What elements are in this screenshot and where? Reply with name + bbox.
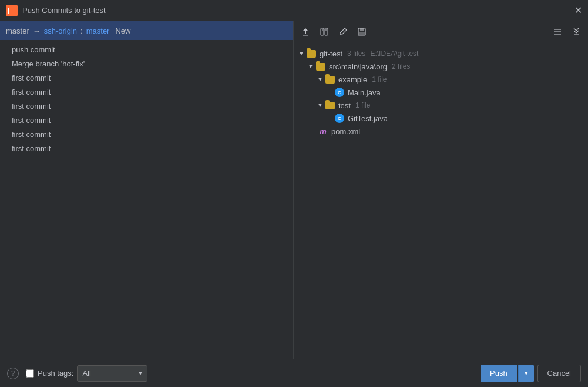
title-bar-left: I Push Commits to git-test [6, 5, 106, 16]
app-icon: I [6, 5, 18, 16]
chevron-down-icon: ▼ [317, 76, 323, 82]
remote-branch-link[interactable]: master [86, 26, 110, 35]
branch-header: master → ssh-origin : master New [0, 21, 293, 40]
tree-item-path: E:\IDEA\git-test [370, 49, 418, 58]
bottom-left: ? Push tags: All None [7, 365, 147, 382]
close-button[interactable]: ✕ [574, 6, 582, 15]
tree-row[interactable]: ▶ m pom.xml [294, 125, 588, 138]
java-file-icon: C [335, 114, 344, 123]
right-toolbar [294, 21, 588, 42]
new-badge: New [115, 26, 130, 35]
main-layout: master → ssh-origin : master New push co… [0, 21, 588, 359]
tree-item-label: src\main\java\org [329, 62, 387, 71]
tree-item-label: test [338, 101, 351, 110]
cancel-button[interactable]: Cancel [537, 365, 581, 382]
chevron-down-icon: ▼ [317, 102, 323, 108]
svg-rect-9 [359, 32, 365, 35]
svg-rect-3 [321, 28, 324, 35]
tree-item-meta: 2 files [392, 62, 410, 71]
push-tags-section: Push tags: All None [26, 365, 147, 382]
local-branch-label: master [6, 26, 29, 35]
file-tree: ▼ git-test 3 files E:\IDEA\git-test ▼ sr… [294, 42, 588, 359]
tree-row[interactable]: ▶ C Main.java [294, 86, 588, 99]
svg-rect-2 [303, 35, 308, 36]
title-bar: I Push Commits to git-test ✕ [0, 0, 588, 21]
list-item[interactable]: first commit [0, 113, 293, 127]
svg-rect-8 [360, 28, 364, 31]
commit-list: push commit Merge branch 'hot-fix' first… [0, 40, 293, 158]
tree-item-label: example [338, 75, 367, 84]
list-item[interactable]: first commit [0, 85, 293, 99]
branch-separator: : [80, 26, 83, 35]
bottom-bar: ? Push tags: All None Push ▼ Cancel [0, 359, 588, 387]
tree-item-label: git-test [320, 49, 342, 58]
folder-icon [325, 102, 335, 109]
svg-rect-4 [325, 28, 328, 35]
list-item[interactable]: first commit [0, 127, 293, 141]
tree-item-label: Main.java [348, 88, 381, 97]
bottom-right: Push ▼ Cancel [481, 365, 581, 382]
changes-toolbar-icon[interactable] [317, 26, 331, 38]
tree-item-meta: 1 file [372, 75, 387, 84]
help-button[interactable]: ? [7, 368, 19, 379]
push-tags-checkbox[interactable] [26, 369, 34, 378]
folder-icon [307, 50, 316, 58]
save-toolbar-icon[interactable] [355, 26, 369, 38]
chevron-down-icon: ▼ [308, 64, 314, 69]
folder-icon [316, 63, 325, 71]
tree-row[interactable]: ▼ test 1 file [294, 99, 588, 112]
folder-icon [325, 76, 335, 84]
push-tags-select-wrapper: All None [77, 365, 147, 382]
list-item[interactable]: push commit [0, 42, 293, 56]
push-dropdown-button[interactable]: ▼ [518, 365, 534, 382]
tree-row[interactable]: ▼ src\main\java\org 2 files [294, 60, 588, 73]
push-toolbar-icon[interactable] [298, 26, 313, 38]
push-tags-label: Push tags: [38, 369, 73, 378]
push-tags-dropdown[interactable]: All None [77, 365, 147, 382]
window-title: Push Commits to git-test [22, 6, 106, 15]
tree-item-label: pom.xml [331, 127, 360, 136]
tree-row[interactable]: ▶ C GitTest.java [294, 112, 588, 125]
collapse-all-icon[interactable] [550, 26, 565, 38]
chevron-down-icon: ▼ [298, 51, 304, 56]
right-toolbar-right [550, 26, 583, 38]
tree-item-meta: 3 files [347, 49, 365, 58]
edit-toolbar-icon[interactable] [336, 26, 350, 38]
tree-item-meta: 1 file [355, 101, 370, 109]
java-file-icon: C [335, 88, 344, 97]
remote-name-link[interactable]: ssh-origin [44, 26, 77, 35]
right-toolbar-left [298, 26, 369, 38]
maven-file-icon: m [318, 126, 328, 136]
list-item[interactable]: Merge branch 'hot-fix' [0, 56, 293, 71]
tree-row[interactable]: ▼ git-test 3 files E:\IDEA\git-test [294, 47, 588, 60]
tree-row[interactable]: ▼ example 1 file [294, 73, 588, 86]
right-panel: ▼ git-test 3 files E:\IDEA\git-test ▼ sr… [294, 21, 588, 359]
svg-text:I: I [8, 7, 9, 15]
list-item[interactable]: first commit [0, 99, 293, 113]
list-item[interactable]: first commit [0, 71, 293, 85]
tree-item-label: GitTest.java [348, 114, 388, 123]
list-item[interactable]: first commit [0, 141, 293, 155]
help-label: ? [11, 369, 15, 378]
left-panel: master → ssh-origin : master New push co… [0, 21, 294, 359]
expand-all-icon[interactable] [569, 26, 583, 38]
branch-arrow-icon: → [33, 26, 41, 35]
push-button[interactable]: Push [481, 365, 517, 382]
